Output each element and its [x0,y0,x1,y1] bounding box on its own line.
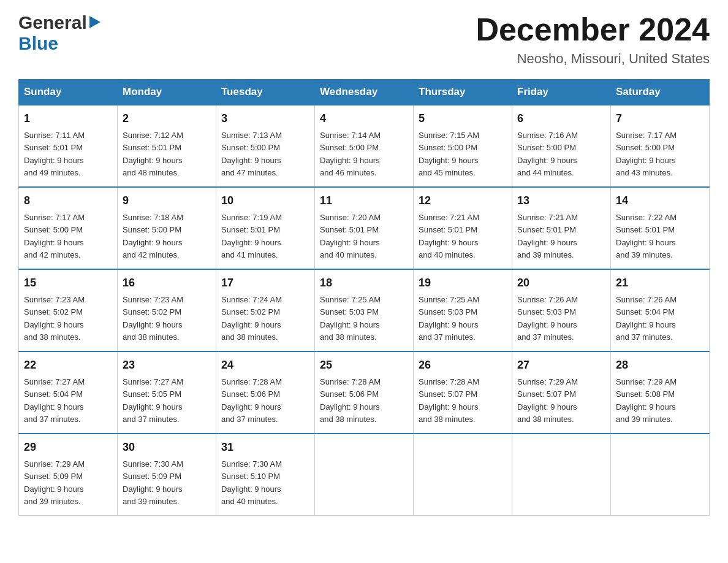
calendar-cell: 11 Sunrise: 7:20 AMSunset: 5:01 PMDaylig… [315,187,414,269]
day-number: 5 [419,110,507,127]
calendar-week-row: 29 Sunrise: 7:29 AMSunset: 5:09 PMDaylig… [19,434,710,516]
day-info: Sunrise: 7:23 AMSunset: 5:02 PMDaylight:… [24,295,85,342]
calendar-title: December 2024 [476,12,710,47]
calendar-cell: 28 Sunrise: 7:29 AMSunset: 5:08 PMDaylig… [611,351,710,434]
calendar-cell [315,434,414,516]
logo-general-text: General [18,12,87,33]
day-info: Sunrise: 7:29 AMSunset: 5:09 PMDaylight:… [24,459,85,506]
day-info: Sunrise: 7:22 AMSunset: 5:01 PMDaylight:… [616,213,677,259]
day-info: Sunrise: 7:29 AMSunset: 5:08 PMDaylight:… [616,377,677,424]
day-info: Sunrise: 7:11 AMSunset: 5:01 PMDaylight:… [24,131,85,177]
day-info: Sunrise: 7:25 AMSunset: 5:03 PMDaylight:… [419,295,479,342]
day-number: 23 [123,357,211,373]
header-wednesday: Wednesday [315,80,414,105]
day-number: 19 [419,275,507,291]
calendar-cell: 16 Sunrise: 7:23 AMSunset: 5:02 PMDaylig… [118,269,216,351]
day-number: 2 [123,110,211,127]
day-number: 24 [221,357,309,373]
day-number: 9 [123,193,211,209]
calendar-cell: 4 Sunrise: 7:14 AMSunset: 5:00 PMDayligh… [315,105,414,187]
calendar-cell: 30 Sunrise: 7:30 AMSunset: 5:09 PMDaylig… [118,434,216,516]
header-saturday: Saturday [611,80,710,105]
day-info: Sunrise: 7:23 AMSunset: 5:02 PMDaylight:… [123,295,183,342]
day-info: Sunrise: 7:14 AMSunset: 5:00 PMDaylight:… [320,131,381,177]
calendar-cell: 8 Sunrise: 7:17 AMSunset: 5:00 PMDayligh… [19,187,118,269]
calendar-cell: 31 Sunrise: 7:30 AMSunset: 5:10 PMDaylig… [216,434,315,516]
day-number: 13 [517,193,605,209]
calendar-week-row: 8 Sunrise: 7:17 AMSunset: 5:00 PMDayligh… [19,187,710,269]
calendar-cell: 21 Sunrise: 7:26 AMSunset: 5:04 PMDaylig… [611,269,710,351]
calendar-cell: 26 Sunrise: 7:28 AMSunset: 5:07 PMDaylig… [414,351,512,434]
day-info: Sunrise: 7:30 AMSunset: 5:10 PMDaylight:… [221,459,282,506]
day-info: Sunrise: 7:28 AMSunset: 5:06 PMDaylight:… [320,377,381,424]
day-number: 3 [221,110,309,127]
day-number: 11 [320,193,408,209]
day-number: 30 [123,439,211,456]
header-friday: Friday [512,80,611,105]
day-number: 12 [419,193,507,209]
logo-blue-text: Blue [18,33,58,54]
calendar-cell: 1 Sunrise: 7:11 AMSunset: 5:01 PMDayligh… [19,105,118,187]
day-info: Sunrise: 7:15 AMSunset: 5:00 PMDaylight:… [419,131,479,177]
day-number: 28 [616,357,704,373]
day-info: Sunrise: 7:17 AMSunset: 5:00 PMDaylight:… [616,131,677,177]
day-info: Sunrise: 7:29 AMSunset: 5:07 PMDaylight:… [517,377,578,424]
header-tuesday: Tuesday [216,80,315,105]
day-number: 6 [517,110,605,127]
calendar-cell: 12 Sunrise: 7:21 AMSunset: 5:01 PMDaylig… [414,187,512,269]
calendar-cell [611,434,710,516]
calendar-cell: 13 Sunrise: 7:21 AMSunset: 5:01 PMDaylig… [512,187,611,269]
day-info: Sunrise: 7:21 AMSunset: 5:01 PMDaylight:… [517,213,578,259]
calendar-cell: 17 Sunrise: 7:24 AMSunset: 5:02 PMDaylig… [216,269,315,351]
day-number: 31 [221,439,309,456]
day-info: Sunrise: 7:19 AMSunset: 5:01 PMDaylight:… [221,213,282,259]
calendar-week-row: 15 Sunrise: 7:23 AMSunset: 5:02 PMDaylig… [19,269,710,351]
calendar-week-row: 1 Sunrise: 7:11 AMSunset: 5:01 PMDayligh… [19,105,710,187]
day-info: Sunrise: 7:25 AMSunset: 5:03 PMDaylight:… [320,295,381,342]
day-number: 22 [24,357,112,373]
day-number: 16 [123,275,211,291]
day-info: Sunrise: 7:12 AMSunset: 5:01 PMDaylight:… [123,131,183,177]
day-info: Sunrise: 7:16 AMSunset: 5:00 PMDaylight:… [517,131,578,177]
day-number: 20 [517,275,605,291]
calendar-cell: 3 Sunrise: 7:13 AMSunset: 5:00 PMDayligh… [216,105,315,187]
calendar-cell: 27 Sunrise: 7:29 AMSunset: 5:07 PMDaylig… [512,351,611,434]
calendar-cell: 20 Sunrise: 7:26 AMSunset: 5:03 PMDaylig… [512,269,611,351]
page-header: General Blue December 2024 Neosho, Misso… [18,12,710,67]
day-info: Sunrise: 7:21 AMSunset: 5:01 PMDaylight:… [419,213,479,259]
day-number: 26 [419,357,507,373]
day-number: 7 [616,110,704,127]
calendar-cell: 7 Sunrise: 7:17 AMSunset: 5:00 PMDayligh… [611,105,710,187]
day-number: 17 [221,275,309,291]
day-number: 29 [24,439,112,456]
logo-arrow-icon [89,16,100,31]
calendar-cell: 18 Sunrise: 7:25 AMSunset: 5:03 PMDaylig… [315,269,414,351]
calendar-header-row: Sunday Monday Tuesday Wednesday Thursday… [19,80,710,105]
day-info: Sunrise: 7:17 AMSunset: 5:00 PMDaylight:… [24,213,85,259]
day-number: 1 [24,110,112,127]
svg-marker-0 [89,16,100,28]
calendar-cell: 15 Sunrise: 7:23 AMSunset: 5:02 PMDaylig… [19,269,118,351]
calendar-cell: 19 Sunrise: 7:25 AMSunset: 5:03 PMDaylig… [414,269,512,351]
day-info: Sunrise: 7:28 AMSunset: 5:07 PMDaylight:… [419,377,479,424]
calendar-week-row: 22 Sunrise: 7:27 AMSunset: 5:04 PMDaylig… [19,351,710,434]
day-number: 25 [320,357,408,373]
calendar-subtitle: Neosho, Missouri, United States [476,51,710,67]
day-info: Sunrise: 7:26 AMSunset: 5:04 PMDaylight:… [616,295,677,342]
calendar-cell: 9 Sunrise: 7:18 AMSunset: 5:00 PMDayligh… [118,187,216,269]
day-info: Sunrise: 7:27 AMSunset: 5:04 PMDaylight:… [24,377,85,424]
header-sunday: Sunday [19,80,118,105]
calendar-cell: 23 Sunrise: 7:27 AMSunset: 5:05 PMDaylig… [118,351,216,434]
calendar-cell: 10 Sunrise: 7:19 AMSunset: 5:01 PMDaylig… [216,187,315,269]
day-info: Sunrise: 7:28 AMSunset: 5:06 PMDaylight:… [221,377,282,424]
day-number: 8 [24,193,112,209]
day-info: Sunrise: 7:24 AMSunset: 5:02 PMDaylight:… [221,295,282,342]
day-number: 18 [320,275,408,291]
day-info: Sunrise: 7:20 AMSunset: 5:01 PMDaylight:… [320,213,381,259]
logo: General Blue [18,12,100,54]
calendar-cell [512,434,611,516]
calendar-cell: 22 Sunrise: 7:27 AMSunset: 5:04 PMDaylig… [19,351,118,434]
calendar-cell: 6 Sunrise: 7:16 AMSunset: 5:00 PMDayligh… [512,105,611,187]
calendar-cell: 24 Sunrise: 7:28 AMSunset: 5:06 PMDaylig… [216,351,315,434]
day-info: Sunrise: 7:30 AMSunset: 5:09 PMDaylight:… [123,459,183,506]
